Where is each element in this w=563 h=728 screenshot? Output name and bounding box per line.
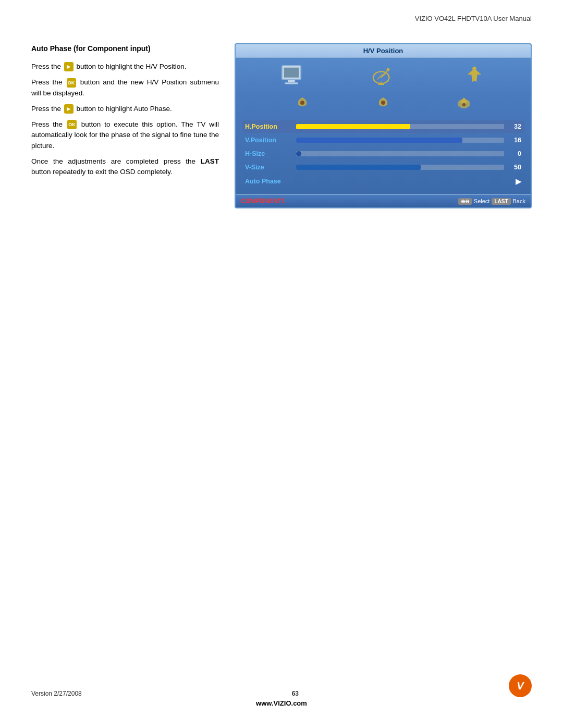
p5-text: button repeatedly to exit the OSD comple…: [31, 168, 173, 176]
svg-point-13: [462, 103, 466, 106]
right-arrow-icon: ▶: [64, 62, 74, 71]
ok-icon: OK: [67, 78, 76, 88]
paragraph-2: Press the OK button and the new H/V Posi…: [31, 77, 219, 98]
section-heading: Auto Phase (for Component input): [31, 43, 219, 54]
hposition-bar-fill: [296, 124, 410, 129]
vposition-bar-track: [296, 138, 504, 143]
tv-icon: [277, 63, 306, 87]
osd-footer-controls: ⊕⊖ Select LAST Back: [458, 198, 525, 205]
p1-text: button to highlight the H/V Position.: [77, 63, 187, 70]
vposition-label: V.Position: [245, 137, 292, 144]
menu-item-hposition[interactable]: H.Position 32: [242, 120, 524, 133]
last-btn-icon: LAST: [492, 198, 510, 205]
hposition-bar-container: [296, 124, 504, 130]
hposition-label: H.Position: [245, 123, 292, 130]
menu-item-autophase[interactable]: Auto Phase ▶: [242, 175, 524, 188]
sub-icon-1: [288, 91, 316, 114]
autophase-arrow: ▶: [516, 177, 521, 186]
menu-item-hsize[interactable]: H-Size 0: [242, 147, 524, 160]
vsize-value: 50: [508, 164, 521, 171]
svg-point-6: [387, 68, 390, 71]
svg-point-10: [300, 101, 304, 105]
svg-point-9: [473, 66, 477, 70]
sub-icon-2: [369, 91, 397, 114]
vsize-bar-track: [296, 165, 504, 170]
osd-icons-row: [236, 58, 531, 90]
osd-title-bar: H/V Position: [236, 44, 531, 58]
hsize-bar-track: [296, 151, 504, 156]
svg-rect-3: [285, 82, 298, 84]
select-label: Select: [474, 198, 490, 204]
hposition-value: 32: [508, 123, 521, 130]
satellite-dish-icon: [369, 63, 397, 87]
footer-row: Version 2/27/2008 63 V: [0, 674, 563, 697]
p3-text: button to highlight Auto Phase.: [77, 105, 172, 113]
p2-text: button and the new H/V Position submenu …: [31, 78, 219, 96]
page-header: VIZIO VO42L FHDTV10A User Manual: [0, 0, 563, 28]
menu-item-vsize[interactable]: V-Size 50: [242, 161, 524, 174]
vsize-bar-fill: [296, 165, 421, 170]
autophase-label: Auto Phase: [245, 178, 292, 185]
svg-rect-1: [284, 67, 299, 77]
manual-title: VIZIO VO42L FHDTV10A User Manual: [415, 15, 532, 22]
osd-panel: H/V Position: [235, 43, 532, 208]
autophase-bar-container: [296, 178, 511, 184]
svg-rect-2: [288, 80, 295, 82]
p4-text: button to execute this option. The TV wi…: [31, 120, 219, 150]
vizio-logo-icon: V: [509, 674, 532, 697]
hsize-bar-container: [296, 151, 504, 157]
paragraph-1: Press the ▶ button to highlight the H/V …: [31, 61, 219, 72]
last-bold: LAST: [201, 157, 219, 165]
select-btn-icon: ⊕⊖: [458, 198, 472, 205]
footer-version: Version 2/27/2008: [31, 690, 82, 697]
right-arrow-icon-2: ▶: [64, 104, 74, 114]
osd-menu-items: H.Position 32 V.Position 16: [236, 118, 531, 191]
footer-website: www.VIZIO.com: [256, 699, 307, 707]
page-footer: Version 2/27/2008 63 V www.VIZIO.com: [0, 674, 563, 707]
text-column: Auto Phase (for Component input) Press t…: [31, 43, 219, 182]
hsize-value: 0: [508, 150, 521, 157]
main-content: Auto Phase (for Component input) Press t…: [0, 28, 563, 240]
paragraph-5: Once the adjustments are completed press…: [31, 156, 219, 178]
back-label: Back: [513, 198, 525, 204]
vsize-label: V-Size: [245, 164, 292, 171]
vposition-value: 16: [508, 137, 521, 144]
osd-icons-row2: [236, 90, 531, 118]
osd-source: COMPONENT1: [241, 198, 285, 205]
svg-point-11: [381, 101, 385, 105]
ok-icon-2: OK: [67, 120, 77, 129]
menu-item-vposition[interactable]: V.Position 16: [242, 134, 524, 146]
hsize-bar-dot: [296, 151, 301, 156]
vposition-bar-container: [296, 137, 504, 143]
sub-icon-3: [450, 91, 479, 114]
hposition-bar-track: [296, 124, 504, 129]
osd-footer: COMPONENT1 ⊕⊖ Select LAST Back: [236, 194, 531, 207]
footer-page-number: 63: [292, 690, 299, 697]
vposition-bar-fill: [296, 138, 462, 143]
vsize-bar-container: [296, 164, 504, 170]
plane-icon: [460, 63, 489, 87]
paragraph-3: Press the ▶ button to highlight Auto Pha…: [31, 104, 219, 114]
hsize-label: H-Size: [245, 150, 292, 157]
paragraph-4: Press the OK button to execute this opti…: [31, 119, 219, 151]
